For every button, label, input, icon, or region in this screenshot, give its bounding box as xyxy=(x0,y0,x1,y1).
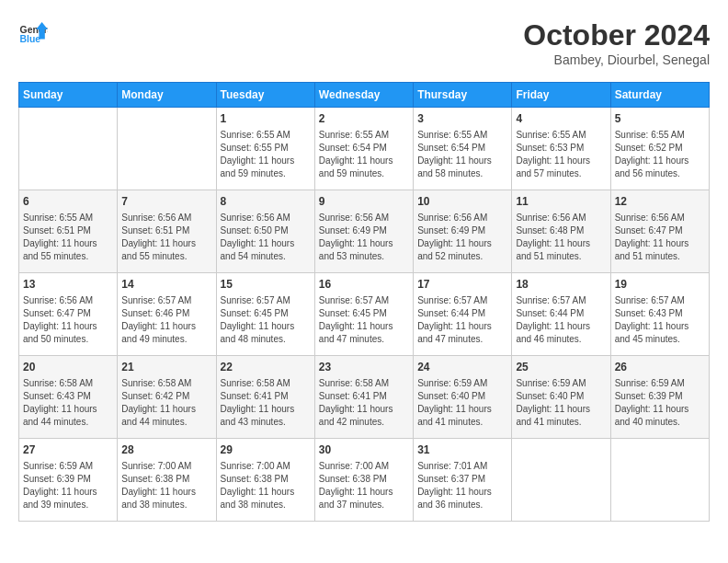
day-number: 9 xyxy=(319,194,409,210)
page-header: General Blue October 2024 Bambey, Diourb… xyxy=(18,18,710,67)
weekday-header-wednesday: Wednesday xyxy=(314,83,413,108)
calendar-cell xyxy=(19,108,118,190)
calendar-cell: 23Sunrise: 6:58 AM Sunset: 6:41 PM Dayli… xyxy=(314,356,413,439)
location: Bambey, Diourbel, Senegal xyxy=(523,52,710,67)
day-info: Sunrise: 6:57 AM Sunset: 6:46 PM Dayligh… xyxy=(121,294,211,346)
day-info: Sunrise: 6:58 AM Sunset: 6:41 PM Dayligh… xyxy=(221,377,311,429)
day-number: 21 xyxy=(121,360,211,375)
weekday-header-sunday: Sunday xyxy=(19,83,118,108)
calendar-cell: 15Sunrise: 6:57 AM Sunset: 6:45 PM Dayli… xyxy=(216,273,314,356)
day-number: 7 xyxy=(121,194,211,210)
weekday-header-row: SundayMondayTuesdayWednesdayThursdayFrid… xyxy=(19,83,710,108)
day-info: Sunrise: 6:55 AM Sunset: 6:55 PM Dayligh… xyxy=(221,129,311,180)
day-info: Sunrise: 6:57 AM Sunset: 6:44 PM Dayligh… xyxy=(417,294,507,346)
calendar-cell: 8Sunrise: 6:56 AM Sunset: 6:50 PM Daylig… xyxy=(216,190,314,273)
day-info: Sunrise: 6:59 AM Sunset: 6:39 PM Dayligh… xyxy=(615,377,705,429)
day-info: Sunrise: 6:59 AM Sunset: 6:40 PM Dayligh… xyxy=(516,377,606,429)
calendar-cell: 13Sunrise: 6:56 AM Sunset: 6:47 PM Dayli… xyxy=(19,273,118,356)
day-number: 6 xyxy=(23,194,113,210)
calendar-week-row: 20Sunrise: 6:58 AM Sunset: 6:43 PM Dayli… xyxy=(19,356,710,439)
calendar-cell: 6Sunrise: 6:55 AM Sunset: 6:51 PM Daylig… xyxy=(19,190,118,273)
day-number: 1 xyxy=(221,111,311,127)
day-info: Sunrise: 6:58 AM Sunset: 6:43 PM Dayligh… xyxy=(23,377,113,429)
day-number: 12 xyxy=(615,194,705,210)
day-number: 29 xyxy=(221,442,311,458)
month-year: October 2024 xyxy=(523,18,710,52)
day-info: Sunrise: 7:00 AM Sunset: 6:38 PM Dayligh… xyxy=(221,460,311,511)
day-info: Sunrise: 6:58 AM Sunset: 6:42 PM Dayligh… xyxy=(121,377,211,429)
day-number: 14 xyxy=(121,277,211,293)
day-info: Sunrise: 6:56 AM Sunset: 6:51 PM Dayligh… xyxy=(121,212,211,263)
day-number: 25 xyxy=(516,360,606,375)
calendar-cell: 10Sunrise: 6:56 AM Sunset: 6:49 PM Dayli… xyxy=(414,190,512,273)
day-number: 11 xyxy=(516,194,606,210)
calendar-cell: 21Sunrise: 6:58 AM Sunset: 6:42 PM Dayli… xyxy=(118,356,216,439)
calendar-cell: 12Sunrise: 6:56 AM Sunset: 6:47 PM Dayli… xyxy=(610,190,709,273)
calendar-cell: 26Sunrise: 6:59 AM Sunset: 6:39 PM Dayli… xyxy=(610,356,709,439)
day-info: Sunrise: 6:56 AM Sunset: 6:47 PM Dayligh… xyxy=(615,212,705,263)
weekday-header-tuesday: Tuesday xyxy=(216,83,314,108)
day-number: 31 xyxy=(417,442,507,458)
day-info: Sunrise: 6:56 AM Sunset: 6:49 PM Dayligh… xyxy=(417,212,507,263)
calendar-cell: 14Sunrise: 6:57 AM Sunset: 6:46 PM Dayli… xyxy=(118,273,216,356)
calendar-cell: 30Sunrise: 7:00 AM Sunset: 6:38 PM Dayli… xyxy=(314,439,413,522)
calendar-cell: 20Sunrise: 6:58 AM Sunset: 6:43 PM Dayli… xyxy=(19,356,118,439)
day-info: Sunrise: 6:57 AM Sunset: 6:43 PM Dayligh… xyxy=(615,294,705,346)
calendar-cell: 1Sunrise: 6:55 AM Sunset: 6:55 PM Daylig… xyxy=(216,108,314,190)
title-block: October 2024 Bambey, Diourbel, Senegal xyxy=(523,18,710,67)
day-info: Sunrise: 6:57 AM Sunset: 6:44 PM Dayligh… xyxy=(516,294,606,346)
calendar-cell: 31Sunrise: 7:01 AM Sunset: 6:37 PM Dayli… xyxy=(414,439,512,522)
day-number: 26 xyxy=(615,360,705,375)
day-info: Sunrise: 7:01 AM Sunset: 6:37 PM Dayligh… xyxy=(417,460,507,511)
calendar-cell: 28Sunrise: 7:00 AM Sunset: 6:38 PM Dayli… xyxy=(118,439,216,522)
calendar-cell: 19Sunrise: 6:57 AM Sunset: 6:43 PM Dayli… xyxy=(610,273,709,356)
calendar-cell: 3Sunrise: 6:55 AM Sunset: 6:54 PM Daylig… xyxy=(414,108,512,190)
calendar-cell: 27Sunrise: 6:59 AM Sunset: 6:39 PM Dayli… xyxy=(19,439,118,522)
calendar-cell: 11Sunrise: 6:56 AM Sunset: 6:48 PM Dayli… xyxy=(512,190,610,273)
calendar-cell: 2Sunrise: 6:55 AM Sunset: 6:54 PM Daylig… xyxy=(314,108,413,190)
day-number: 30 xyxy=(319,442,409,458)
day-info: Sunrise: 6:55 AM Sunset: 6:54 PM Dayligh… xyxy=(417,129,507,180)
day-number: 4 xyxy=(516,111,606,127)
day-number: 10 xyxy=(417,194,507,210)
calendar-cell: 4Sunrise: 6:55 AM Sunset: 6:53 PM Daylig… xyxy=(512,108,610,190)
weekday-header-saturday: Saturday xyxy=(610,83,709,108)
weekday-header-monday: Monday xyxy=(118,83,216,108)
day-number: 13 xyxy=(23,277,113,293)
day-number: 2 xyxy=(319,111,409,127)
day-info: Sunrise: 6:58 AM Sunset: 6:41 PM Dayligh… xyxy=(319,377,409,429)
calendar-cell: 25Sunrise: 6:59 AM Sunset: 6:40 PM Dayli… xyxy=(512,356,610,439)
day-info: Sunrise: 7:00 AM Sunset: 6:38 PM Dayligh… xyxy=(319,460,409,511)
calendar-cell xyxy=(118,108,216,190)
calendar-cell: 7Sunrise: 6:56 AM Sunset: 6:51 PM Daylig… xyxy=(118,190,216,273)
day-number: 19 xyxy=(615,277,705,293)
calendar-cell: 17Sunrise: 6:57 AM Sunset: 6:44 PM Dayli… xyxy=(414,273,512,356)
day-info: Sunrise: 6:56 AM Sunset: 6:47 PM Dayligh… xyxy=(23,294,113,346)
day-number: 20 xyxy=(23,360,113,375)
calendar-cell xyxy=(610,439,709,522)
day-info: Sunrise: 6:57 AM Sunset: 6:45 PM Dayligh… xyxy=(221,294,311,346)
day-number: 27 xyxy=(23,442,113,458)
calendar-week-row: 1Sunrise: 6:55 AM Sunset: 6:55 PM Daylig… xyxy=(19,108,710,190)
calendar-cell xyxy=(512,439,610,522)
day-info: Sunrise: 6:55 AM Sunset: 6:53 PM Dayligh… xyxy=(516,129,606,180)
calendar-week-row: 27Sunrise: 6:59 AM Sunset: 6:39 PM Dayli… xyxy=(19,439,710,522)
day-info: Sunrise: 6:57 AM Sunset: 6:45 PM Dayligh… xyxy=(319,294,409,346)
day-info: Sunrise: 6:56 AM Sunset: 6:49 PM Dayligh… xyxy=(319,212,409,263)
calendar-table: SundayMondayTuesdayWednesdayThursdayFrid… xyxy=(18,82,710,522)
day-info: Sunrise: 6:56 AM Sunset: 6:50 PM Dayligh… xyxy=(221,212,311,263)
day-info: Sunrise: 6:56 AM Sunset: 6:48 PM Dayligh… xyxy=(516,212,606,263)
day-info: Sunrise: 6:59 AM Sunset: 6:39 PM Dayligh… xyxy=(23,460,113,511)
calendar-cell: 18Sunrise: 6:57 AM Sunset: 6:44 PM Dayli… xyxy=(512,273,610,356)
day-number: 5 xyxy=(615,111,705,127)
calendar-cell: 16Sunrise: 6:57 AM Sunset: 6:45 PM Dayli… xyxy=(314,273,413,356)
weekday-header-friday: Friday xyxy=(512,83,610,108)
calendar-cell: 9Sunrise: 6:56 AM Sunset: 6:49 PM Daylig… xyxy=(314,190,413,273)
calendar-cell: 22Sunrise: 6:58 AM Sunset: 6:41 PM Dayli… xyxy=(216,356,314,439)
svg-text:Blue: Blue xyxy=(20,34,41,44)
weekday-header-thursday: Thursday xyxy=(414,83,512,108)
calendar-week-row: 13Sunrise: 6:56 AM Sunset: 6:47 PM Dayli… xyxy=(19,273,710,356)
day-number: 18 xyxy=(516,277,606,293)
day-info: Sunrise: 6:55 AM Sunset: 6:54 PM Dayligh… xyxy=(319,129,409,180)
day-info: Sunrise: 6:55 AM Sunset: 6:52 PM Dayligh… xyxy=(615,129,705,180)
